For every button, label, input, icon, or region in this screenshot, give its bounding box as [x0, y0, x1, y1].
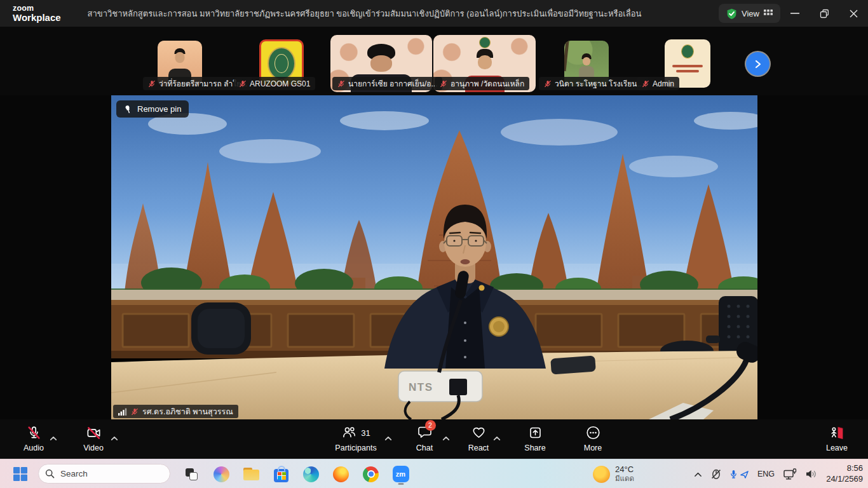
- weather-condition: มีแดด: [615, 475, 634, 484]
- smartphone: [550, 356, 596, 375]
- file-explorer-button[interactable]: [243, 463, 260, 485]
- running-indicator: [398, 483, 403, 485]
- sun-icon: [593, 466, 610, 483]
- weather-temp: 24°C: [615, 464, 634, 475]
- chevron-up-icon: [111, 436, 118, 441]
- clock-date: 24/1/2569: [826, 474, 863, 485]
- chevron-up-icon: [694, 471, 702, 477]
- search-input[interactable]: [38, 464, 170, 484]
- leave-door-icon: [829, 425, 845, 441]
- share-button[interactable]: Share: [516, 419, 554, 452]
- zoom-app-button[interactable]: zm: [392, 463, 409, 485]
- privacy-indicators-button[interactable]: [730, 459, 749, 488]
- chat-options-caret[interactable]: [440, 431, 452, 445]
- participant-name-label: นายการ์เซีย อากาศเย็น/อ...: [332, 77, 442, 90]
- lapel-pin: [479, 285, 485, 291]
- mic-muted-icon: [131, 408, 139, 416]
- chrome-button[interactable]: [362, 463, 379, 485]
- stage-area: NTS Remove pin: [0, 95, 868, 419]
- more-ellipsis-icon: [585, 425, 601, 440]
- minimize-button[interactable]: [780, 0, 810, 27]
- video-options-caret[interactable]: [108, 431, 121, 445]
- zoom-workplace-logo: zoom Workplace: [13, 4, 61, 23]
- titlebar: zoom Workplace สาขาวิชาหลักสูตรและการสอน…: [0, 0, 868, 27]
- network-icon: [783, 468, 797, 480]
- mic-muted-icon: [440, 80, 447, 88]
- chrome-icon: [363, 466, 379, 482]
- tray-overflow-button[interactable]: [694, 459, 702, 488]
- audio-options-caret[interactable]: [47, 431, 60, 445]
- zoom-meeting-window: zoom Workplace สาขาวิชาหลักสูตรและการสอน…: [0, 0, 868, 488]
- participants-button[interactable]: 31 Participants: [324, 419, 388, 452]
- file-explorer-icon: [243, 468, 259, 480]
- meeting-toolbar: Audio Video 31 Participants 2 Chat R: [0, 419, 868, 459]
- seminar-emblem: [681, 44, 694, 58]
- taskbar-clock[interactable]: 8:56 24/1/2569: [826, 459, 863, 488]
- zoom-app-icon: zm: [393, 466, 409, 482]
- view-button[interactable]: View: [719, 4, 780, 23]
- participant-name-label: Admin: [637, 77, 679, 90]
- copilot-icon: [214, 466, 229, 482]
- start-button[interactable]: [9, 459, 32, 488]
- pinned-video[interactable]: NTS Remove pin: [111, 95, 757, 419]
- location-in-use-icon: [740, 470, 749, 479]
- react-heart-icon: [471, 425, 487, 440]
- participant-name-label: อานุภาพ /วัดถนนเหล็ก: [435, 77, 529, 90]
- participants-options-caret[interactable]: [382, 431, 395, 445]
- chevron-up-icon: [493, 436, 501, 441]
- signal-bars-icon: [118, 408, 127, 416]
- close-icon: [850, 10, 858, 18]
- windows-taskbar: zm 24°C มีแดด ENG 8:56 24/1/2569: [0, 459, 868, 488]
- taskbar-search[interactable]: [38, 464, 170, 484]
- remove-pin-button[interactable]: Remove pin: [116, 100, 189, 118]
- edge-icon: [303, 466, 319, 482]
- participants-icon: [341, 425, 357, 440]
- seminar-logo: [479, 37, 491, 48]
- firefox-button[interactable]: [332, 463, 349, 485]
- participant-name-label: วนิดา ระโหฐาน โรงเรียน...: [539, 77, 648, 90]
- next-participants-button[interactable]: [746, 52, 770, 76]
- minimize-icon: [790, 13, 799, 14]
- leave-button[interactable]: Leave: [817, 419, 857, 452]
- windows-start-icon: [13, 466, 28, 482]
- react-options-caret[interactable]: [491, 431, 503, 445]
- chevron-right-icon: [754, 60, 763, 69]
- mouse-off-tray-button[interactable]: [710, 459, 722, 488]
- share-screen-icon: [527, 425, 543, 440]
- remove-pin-label: Remove pin: [137, 104, 181, 114]
- chevron-up-icon: [384, 436, 392, 441]
- participant-filmstrip: ว่าที่ร้อยตรีสามารถ ลำใย... ARUZOOM GS01…: [0, 27, 868, 95]
- university-emblem: [268, 47, 295, 80]
- taskbar-app-icons: zm: [183, 459, 409, 488]
- logo-text-workplace: Workplace: [13, 13, 61, 23]
- chevron-up-icon: [442, 436, 450, 441]
- task-view-icon: [186, 468, 198, 480]
- microsoft-store-button[interactable]: [273, 463, 290, 485]
- view-grid-icon: [764, 10, 773, 17]
- more-button[interactable]: More: [574, 419, 612, 452]
- language-indicator[interactable]: ENG: [757, 459, 775, 488]
- mic-muted-icon: [26, 425, 42, 441]
- mic-in-use-icon: [730, 470, 737, 479]
- volume-tray-button[interactable]: [805, 459, 817, 488]
- task-view-button[interactable]: [183, 463, 200, 485]
- mic-muted-icon: [239, 80, 247, 88]
- maximize-button[interactable]: [810, 0, 839, 27]
- firefox-icon: [333, 466, 349, 482]
- microsoft-store-icon: [274, 469, 288, 482]
- search-icon: [45, 469, 55, 478]
- close-button[interactable]: [839, 0, 868, 27]
- mic-muted-icon: [337, 80, 345, 88]
- edge-button[interactable]: [302, 463, 320, 485]
- mic-muted-icon: [148, 80, 156, 88]
- network-tray-button[interactable]: [783, 459, 797, 488]
- meeting-info: สาขาวิชาหลักสูตรและการสอน มหาวิทยาลัยราช…: [83, 7, 642, 20]
- logo-text-zoom: zoom: [13, 4, 61, 13]
- pin-icon: [124, 105, 132, 114]
- system-tray: ENG: [694, 459, 817, 488]
- mic-muted-icon: [642, 80, 649, 88]
- security-shield-icon: [726, 8, 737, 19]
- weather-widget[interactable]: 24°C มีแดด: [593, 459, 634, 488]
- titlebar-controls: View: [719, 0, 868, 27]
- copilot-button[interactable]: [213, 463, 230, 485]
